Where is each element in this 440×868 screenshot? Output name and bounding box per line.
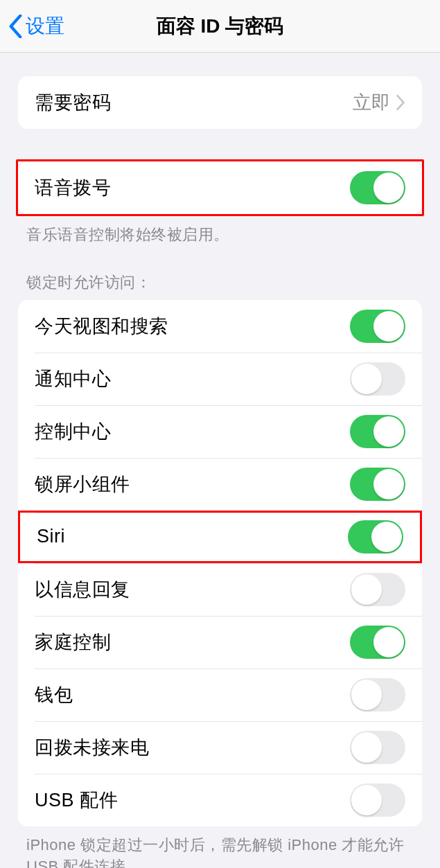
control-center-row: 控制中心	[18, 405, 422, 458]
usb-accessories-label: USB 配件	[35, 788, 118, 813]
voice-dial-group: 语音拨号	[18, 161, 422, 214]
return-missed-calls-row: 回拨未接来电	[18, 721, 422, 774]
today-view-label: 今天视图和搜索	[35, 314, 168, 339]
notification-center-label: 通知中心	[35, 366, 111, 391]
nav-header: 设置 面容 ID 与密码	[0, 0, 440, 53]
return-missed-calls-toggle[interactable]	[350, 731, 405, 764]
home-control-row: 家庭控制	[18, 616, 422, 668]
reply-with-message-toggle[interactable]	[350, 573, 405, 606]
back-button[interactable]: 设置	[8, 13, 64, 39]
require-passcode-label: 需要密码	[35, 90, 111, 115]
home-control-label: 家庭控制	[35, 630, 111, 655]
notification-center-row: 通知中心	[18, 353, 422, 405]
usb-accessories-row: USB 配件	[18, 774, 422, 826]
highlight-siri: Siri	[18, 511, 422, 563]
usb-accessories-toggle[interactable]	[350, 783, 405, 817]
lock-access-group: 今天视图和搜索 通知中心 控制中心 锁屏小组件 Siri 以信息回复 家庭控制	[18, 300, 422, 826]
lock-widgets-label: 锁屏小组件	[35, 472, 130, 497]
reply-with-message-label: 以信息回复	[35, 577, 130, 602]
highlight-voice-dial: 语音拨号	[16, 159, 424, 216]
require-passcode-value: 立即	[353, 90, 405, 115]
back-label: 设置	[26, 13, 64, 39]
control-center-toggle[interactable]	[350, 415, 405, 448]
require-passcode-group: 需要密码 立即	[18, 76, 422, 129]
control-center-label: 控制中心	[35, 419, 111, 444]
lock-widgets-row: 锁屏小组件	[18, 458, 422, 511]
return-missed-calls-label: 回拨未接来电	[35, 735, 149, 760]
voice-dial-row: 语音拨号	[18, 161, 422, 214]
reply-with-message-row: 以信息回复	[18, 563, 422, 616]
lock-access-header: 锁定时允许访问：	[18, 267, 422, 300]
home-control-toggle[interactable]	[350, 626, 405, 659]
notification-center-toggle[interactable]	[350, 362, 405, 396]
voice-dial-footer: 音乐语音控制将始终被启用。	[18, 216, 422, 246]
usb-footer: iPhone 锁定超过一小时后，需先解锁 iPhone 才能允许 USB 配件连…	[18, 826, 422, 868]
chevron-right-icon	[396, 95, 405, 110]
wallet-row: 钱包	[18, 668, 422, 721]
voice-dial-label: 语音拨号	[35, 175, 111, 200]
wallet-label: 钱包	[35, 682, 73, 707]
today-view-row: 今天视图和搜索	[18, 300, 422, 353]
chevron-left-icon	[8, 15, 23, 38]
siri-label: Siri	[37, 526, 65, 547]
page-title: 面容 ID 与密码	[157, 13, 284, 39]
require-passcode-row[interactable]: 需要密码 立即	[18, 76, 422, 129]
wallet-toggle[interactable]	[350, 678, 405, 711]
lock-widgets-toggle[interactable]	[350, 468, 405, 501]
siri-toggle[interactable]	[348, 520, 403, 553]
today-view-toggle[interactable]	[350, 310, 405, 343]
voice-dial-toggle[interactable]	[350, 171, 405, 204]
